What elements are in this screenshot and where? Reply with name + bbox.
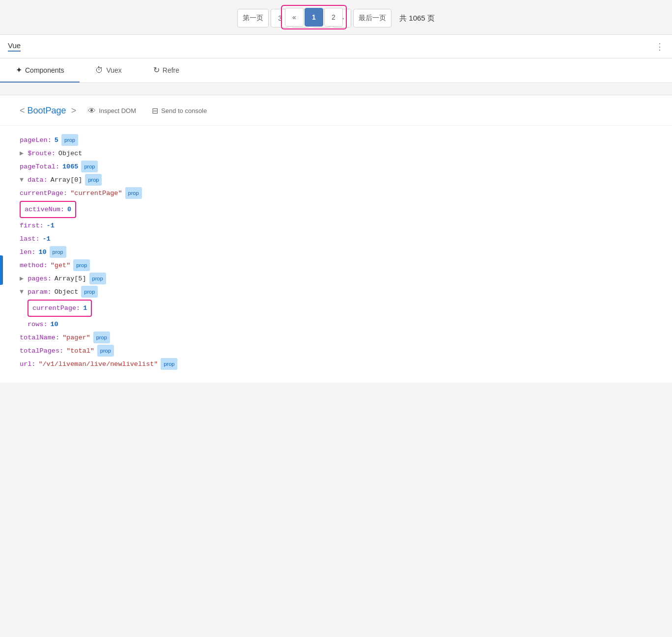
pagination-section: 第一页 « 1 2 3 4 5 » 最后一页 共 1065 页 <box>0 0 672 35</box>
prop-value: 1065 <box>62 160 78 173</box>
toggle-icon[interactable]: ▶ <box>20 272 24 285</box>
vuex-icon: ⏱ <box>95 66 103 75</box>
prop-key: url: <box>20 358 35 371</box>
prop-data: ▼ data: Array[0] prop <box>20 173 660 187</box>
toggle-icon[interactable]: ▼ <box>20 285 24 299</box>
prop-key: rows: <box>28 318 48 331</box>
prop-key: pages: <box>28 272 52 285</box>
prop-value: Array[5] <box>55 272 86 285</box>
prop-badge: prop <box>97 345 114 357</box>
prop-param-currentpage: currentPage: 1 <box>28 299 660 318</box>
vue-tabbar: Vue ⋮ <box>0 35 672 58</box>
first-page-button[interactable]: 第一页 <box>237 9 269 28</box>
prop-url: url: "/v1/liveman/live/newlivelist" prop <box>20 358 660 371</box>
prop-value: 10 <box>51 318 58 331</box>
prop-key: first: <box>20 219 44 232</box>
prop-badge: prop <box>85 174 102 186</box>
refresh-tab-label: Refre <box>163 66 179 74</box>
page-2-button[interactable]: 2 <box>324 8 343 27</box>
send-console-label: Send to console <box>161 107 207 114</box>
inspector-panel: < BootPage > 👁 Inspect DOM ⊟ Send to con… <box>0 95 672 383</box>
bracket-open: < <box>20 106 25 115</box>
devtools-panel: Vue ⋮ ✦ Components ⏱ Vuex ↻ Refre < Boot… <box>0 35 672 383</box>
page-1-button[interactable]: 1 <box>305 8 323 27</box>
toggle-icon[interactable]: ▼ <box>20 173 24 187</box>
pagination-highlight-box: « 1 2 <box>281 5 347 29</box>
page-total-text: 共 1065 页 <box>399 14 435 23</box>
prop-badge: prop <box>93 332 110 343</box>
prop-route: ▶ $route: Object <box>20 147 660 160</box>
component-name-text: BootPage <box>28 106 66 115</box>
bracket-close: > <box>69 106 77 115</box>
prop-pages: ▶ pages: Array[5] prop <box>20 272 660 285</box>
prop-badge: prop <box>161 358 177 370</box>
inspect-dom-button[interactable]: 👁 Inspect DOM <box>84 105 140 117</box>
prop-value: 10 <box>38 246 46 259</box>
prop-badge: prop <box>81 161 98 172</box>
prop-badge: prop <box>81 286 98 298</box>
prop-key: $route: <box>28 147 56 160</box>
prop-value: 5 <box>55 134 58 147</box>
toggle-icon[interactable]: ▶ <box>20 147 24 160</box>
prev-page-button[interactable]: « <box>285 8 304 27</box>
activenum-highlight: activeNum: 0 <box>20 201 76 218</box>
last-page-button[interactable]: 最后一页 <box>353 9 392 28</box>
console-icon: ⊟ <box>152 106 158 115</box>
components-icon: ✦ <box>16 65 22 75</box>
prop-key: len: <box>20 246 35 259</box>
prop-len: len: 10 prop <box>20 246 660 259</box>
prop-value: Object <box>55 285 79 299</box>
prop-pagelen: pageLen: 5 prop <box>20 134 660 147</box>
send-console-button[interactable]: ⊟ Send to console <box>148 104 211 117</box>
vuex-tab-label: Vuex <box>106 66 121 74</box>
prop-value: -1 <box>43 232 51 246</box>
prop-value: "/v1/liveman/live/newlivelist" <box>38 358 158 371</box>
vue-tab-label[interactable]: Vue <box>8 41 21 52</box>
refresh-icon: ↻ <box>153 65 160 75</box>
prop-value: -1 <box>47 219 55 232</box>
prop-totalpages: totalPages: "total" prop <box>20 344 660 358</box>
prop-totalname: totalName: "pager" prop <box>20 331 660 344</box>
components-tab-label: Components <box>25 66 64 74</box>
prop-value: "get" <box>51 259 71 272</box>
prop-param: ▼ param: Object prop <box>20 285 660 299</box>
component-name: < BootPage > <box>20 106 76 116</box>
prop-badge: prop <box>89 273 106 284</box>
prop-key: pageLen: <box>20 134 52 147</box>
left-accent-bar <box>0 255 3 285</box>
prop-key: currentPage: <box>32 302 80 315</box>
prop-badge: prop <box>73 259 90 271</box>
prop-last: last: -1 <box>20 232 660 246</box>
prop-first: first: -1 <box>20 219 660 232</box>
sub-tabs-bar: ✦ Components ⏱ Vuex ↻ Refre <box>0 58 672 83</box>
prop-badge: prop <box>125 187 142 199</box>
prop-value: "currentPage" <box>70 187 122 200</box>
prop-method: method: "get" prop <box>20 259 660 272</box>
more-options-icon[interactable]: ⋮ <box>655 41 664 52</box>
prop-key: currentPage: <box>20 187 67 200</box>
prop-activenum: activeNum: 0 <box>20 200 660 219</box>
prop-key: param: <box>28 285 52 299</box>
props-list: pageLen: 5 prop ▶ $route: Object pageTot… <box>0 126 672 383</box>
tab-refresh[interactable]: ↻ Refre <box>138 58 195 83</box>
prop-key: pageTotal: <box>20 160 59 173</box>
prop-pagetotal: pageTotal: 1065 prop <box>20 160 660 173</box>
prop-key: totalPages: <box>20 344 63 358</box>
prop-currentpage: currentPage: "currentPage" prop <box>20 187 660 200</box>
prop-value: 0 <box>67 203 71 216</box>
spacer <box>0 83 672 95</box>
inspector-header: < BootPage > 👁 Inspect DOM ⊟ Send to con… <box>0 95 672 126</box>
pagination-wrapper: 第一页 « 1 2 3 4 5 » 最后一页 共 1065 页 <box>237 9 435 28</box>
param-currentpage-highlight: currentPage: 1 <box>28 300 92 317</box>
eye-icon: 👁 <box>88 107 96 115</box>
prop-value: Object <box>58 147 83 160</box>
prop-key: activeNum: <box>25 203 64 216</box>
prop-badge: prop <box>50 246 66 258</box>
tab-components[interactable]: ✦ Components <box>0 58 80 83</box>
prop-key: totalName: <box>20 331 59 344</box>
prop-rows: rows: 10 <box>28 318 660 331</box>
prop-key: last: <box>20 232 40 246</box>
prop-key: data: <box>28 173 48 187</box>
tab-vuex[interactable]: ⏱ Vuex <box>80 58 137 83</box>
prop-value: "pager" <box>62 331 90 344</box>
